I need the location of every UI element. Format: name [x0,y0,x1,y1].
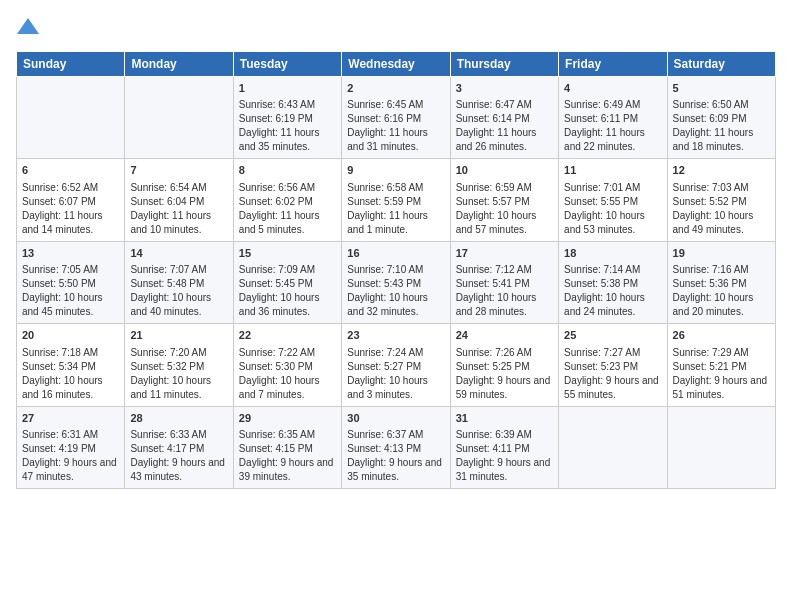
calendar-cell: 4Sunrise: 6:49 AMSunset: 6:11 PMDaylight… [559,77,667,159]
sunrise-text: Sunrise: 6:56 AM [239,182,315,193]
sunrise-text: Sunrise: 7:20 AM [130,347,206,358]
calendar-cell: 14Sunrise: 7:07 AMSunset: 5:48 PMDayligh… [125,241,233,323]
sunrise-text: Sunrise: 6:45 AM [347,99,423,110]
day-number: 9 [347,163,444,178]
sunrise-text: Sunrise: 6:54 AM [130,182,206,193]
sunset-text: Sunset: 4:17 PM [130,443,204,454]
calendar-header-row: SundayMondayTuesdayWednesdayThursdayFrid… [17,52,776,77]
calendar-cell [559,406,667,488]
sunrise-text: Sunrise: 6:47 AM [456,99,532,110]
day-number: 20 [22,328,119,343]
day-number: 19 [673,246,770,261]
day-number: 6 [22,163,119,178]
daylight-text: Daylight: 11 hours and 5 minutes. [239,210,320,235]
sunrise-text: Sunrise: 7:03 AM [673,182,749,193]
sunrise-text: Sunrise: 7:26 AM [456,347,532,358]
sunrise-text: Sunrise: 6:50 AM [673,99,749,110]
daylight-text: Daylight: 10 hours and 49 minutes. [673,210,754,235]
calendar-cell: 1Sunrise: 6:43 AMSunset: 6:19 PMDaylight… [233,77,341,159]
daylight-text: Daylight: 11 hours and 26 minutes. [456,127,537,152]
header-saturday: Saturday [667,52,775,77]
sunset-text: Sunset: 5:36 PM [673,278,747,289]
calendar-cell: 20Sunrise: 7:18 AMSunset: 5:34 PMDayligh… [17,324,125,406]
header-monday: Monday [125,52,233,77]
daylight-text: Daylight: 10 hours and 45 minutes. [22,292,103,317]
day-number: 25 [564,328,661,343]
page-header [16,16,776,41]
daylight-text: Daylight: 9 hours and 39 minutes. [239,457,334,482]
calendar-cell: 21Sunrise: 7:20 AMSunset: 5:32 PMDayligh… [125,324,233,406]
calendar-cell: 7Sunrise: 6:54 AMSunset: 6:04 PMDaylight… [125,159,233,241]
day-number: 21 [130,328,227,343]
calendar-cell [667,406,775,488]
daylight-text: Daylight: 10 hours and 20 minutes. [673,292,754,317]
sunrise-text: Sunrise: 7:07 AM [130,264,206,275]
sunrise-text: Sunrise: 7:18 AM [22,347,98,358]
calendar-cell: 28Sunrise: 6:33 AMSunset: 4:17 PMDayligh… [125,406,233,488]
daylight-text: Daylight: 11 hours and 14 minutes. [22,210,103,235]
calendar-cell: 9Sunrise: 6:58 AMSunset: 5:59 PMDaylight… [342,159,450,241]
calendar-cell: 22Sunrise: 7:22 AMSunset: 5:30 PMDayligh… [233,324,341,406]
sunset-text: Sunset: 4:15 PM [239,443,313,454]
header-wednesday: Wednesday [342,52,450,77]
header-friday: Friday [559,52,667,77]
daylight-text: Daylight: 9 hours and 31 minutes. [456,457,551,482]
sunrise-text: Sunrise: 7:29 AM [673,347,749,358]
day-number: 31 [456,411,553,426]
sunset-text: Sunset: 5:43 PM [347,278,421,289]
calendar-table: SundayMondayTuesdayWednesdayThursdayFrid… [16,51,776,489]
calendar-cell [125,77,233,159]
day-number: 15 [239,246,336,261]
sunrise-text: Sunrise: 7:01 AM [564,182,640,193]
calendar-week-5: 27Sunrise: 6:31 AMSunset: 4:19 PMDayligh… [17,406,776,488]
sunset-text: Sunset: 5:38 PM [564,278,638,289]
calendar-cell: 8Sunrise: 6:56 AMSunset: 6:02 PMDaylight… [233,159,341,241]
calendar-cell: 5Sunrise: 6:50 AMSunset: 6:09 PMDaylight… [667,77,775,159]
header-thursday: Thursday [450,52,558,77]
calendar-cell: 19Sunrise: 7:16 AMSunset: 5:36 PMDayligh… [667,241,775,323]
daylight-text: Daylight: 11 hours and 31 minutes. [347,127,428,152]
daylight-text: Daylight: 10 hours and 3 minutes. [347,375,428,400]
calendar-cell: 17Sunrise: 7:12 AMSunset: 5:41 PMDayligh… [450,241,558,323]
sunset-text: Sunset: 6:09 PM [673,113,747,124]
day-number: 23 [347,328,444,343]
sunrise-text: Sunrise: 6:52 AM [22,182,98,193]
day-number: 26 [673,328,770,343]
sunset-text: Sunset: 6:14 PM [456,113,530,124]
sunrise-text: Sunrise: 6:43 AM [239,99,315,110]
day-number: 7 [130,163,227,178]
sunset-text: Sunset: 4:19 PM [22,443,96,454]
sunrise-text: Sunrise: 7:09 AM [239,264,315,275]
sunrise-text: Sunrise: 7:24 AM [347,347,423,358]
sunset-text: Sunset: 5:59 PM [347,196,421,207]
day-number: 2 [347,81,444,96]
calendar-cell: 6Sunrise: 6:52 AMSunset: 6:07 PMDaylight… [17,159,125,241]
daylight-text: Daylight: 9 hours and 47 minutes. [22,457,117,482]
sunrise-text: Sunrise: 7:27 AM [564,347,640,358]
day-number: 13 [22,246,119,261]
daylight-text: Daylight: 11 hours and 1 minute. [347,210,428,235]
calendar-cell: 16Sunrise: 7:10 AMSunset: 5:43 PMDayligh… [342,241,450,323]
sunset-text: Sunset: 5:25 PM [456,361,530,372]
sunset-text: Sunset: 5:57 PM [456,196,530,207]
calendar-cell [17,77,125,159]
sunrise-text: Sunrise: 7:10 AM [347,264,423,275]
daylight-text: Daylight: 9 hours and 43 minutes. [130,457,225,482]
logo [16,16,39,41]
sunset-text: Sunset: 6:07 PM [22,196,96,207]
sunset-text: Sunset: 6:04 PM [130,196,204,207]
sunset-text: Sunset: 6:02 PM [239,196,313,207]
daylight-text: Daylight: 10 hours and 16 minutes. [22,375,103,400]
daylight-text: Daylight: 10 hours and 32 minutes. [347,292,428,317]
day-number: 17 [456,246,553,261]
day-number: 3 [456,81,553,96]
day-number: 24 [456,328,553,343]
calendar-cell: 26Sunrise: 7:29 AMSunset: 5:21 PMDayligh… [667,324,775,406]
logo-bird-icon [17,16,39,36]
daylight-text: Daylight: 9 hours and 55 minutes. [564,375,659,400]
daylight-text: Daylight: 10 hours and 53 minutes. [564,210,645,235]
daylight-text: Daylight: 10 hours and 57 minutes. [456,210,537,235]
sunset-text: Sunset: 6:11 PM [564,113,638,124]
sunset-text: Sunset: 4:13 PM [347,443,421,454]
sunset-text: Sunset: 5:50 PM [22,278,96,289]
